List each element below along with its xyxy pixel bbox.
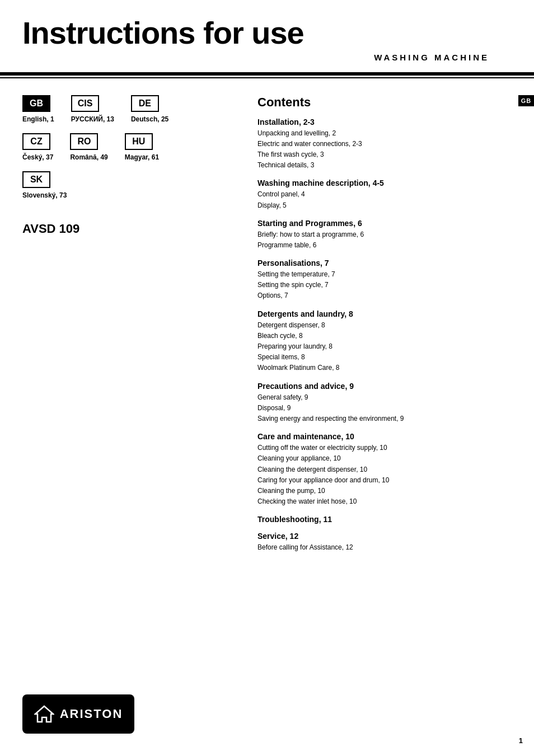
subtitle-row: WASHING MACHINE (22, 53, 512, 62)
section-service-items: Before calling for Assistance, 12 (257, 542, 517, 553)
lang-label-sk: Slovenský, 73 (22, 191, 67, 199)
svg-marker-0 (35, 706, 53, 722)
lang-row-2: CZ Český, 37 RO Română, 49 HU Magyar, 61 (22, 133, 229, 161)
lang-label-hu: Magyar, 61 (125, 153, 159, 161)
main-content: GB English, 1 CIS РУССКИЙ, 13 DE Deutsch… (0, 78, 534, 570)
lang-label-gb: English, 1 (22, 115, 54, 123)
section-wmdesc-items: Control panel, 4 Display, 5 (257, 189, 517, 210)
section-detergents-items: Detergent dispenser, 8 Bleach cycle, 8 P… (257, 320, 517, 374)
lang-box-sk: SK (22, 171, 50, 188)
lang-label-cz: Český, 37 (22, 153, 53, 161)
lang-box-cz: CZ (22, 133, 50, 150)
ariston-logo: ARISTON (22, 694, 134, 734)
lang-box-cis: CIS (71, 95, 100, 112)
left-column: GB English, 1 CIS РУССКИЙ, 13 DE Deutsch… (0, 78, 246, 570)
lang-label-de: Deutsch, 25 (131, 115, 168, 123)
lang-item-hu: HU Magyar, 61 (125, 133, 159, 161)
lang-box-ro: RO (70, 133, 98, 150)
lang-label-cis: РУССКИЙ, 13 (71, 115, 114, 123)
lang-box-gb: GB (22, 95, 50, 112)
section-wmdesc-heading: Washing machine description, 4-5 (257, 179, 517, 187)
lang-item-cis: CIS РУССКИЙ, 13 (71, 95, 114, 123)
contents-title: Contents (257, 95, 517, 110)
section-personal-items: Setting the temperature, 7 Setting the s… (257, 269, 517, 302)
section-care-items: Cutting off the water or electricity sup… (257, 443, 517, 507)
lang-item-sk: SK Slovenský, 73 (22, 171, 67, 199)
page-number: 1 (519, 736, 523, 745)
lang-row-1: GB English, 1 CIS РУССКИЙ, 13 DE Deutsch… (22, 95, 229, 123)
subtitle: WASHING MACHINE (374, 53, 489, 62)
section-care-heading: Care and maintenance, 10 (257, 432, 517, 441)
ariston-brand-text: ARISTON (60, 707, 123, 721)
lang-item-gb: GB English, 1 (22, 95, 54, 123)
ariston-house-icon (34, 704, 54, 724)
section-precautions-items: General safety, 9 Disposal, 9 Saving ene… (257, 392, 517, 425)
model-number: AVSD 109 (22, 222, 229, 236)
section-detergents-heading: Detergents and laundry, 8 (257, 309, 517, 318)
divider-thick (0, 72, 534, 76)
gb-side-tab: GB (518, 95, 534, 106)
lang-row-3: SK Slovenský, 73 (22, 171, 229, 199)
section-installation-items: Unpacking and levelling, 2 Electric and … (257, 128, 517, 171)
section-starting-items: Briefly: how to start a programme, 6 Pro… (257, 229, 517, 251)
header: Instructions for use WASHING MACHINE (0, 0, 534, 68)
section-personal-heading: Personalisations, 7 (257, 259, 517, 267)
section-installation-heading: Installation, 2-3 (257, 118, 517, 126)
page-container: Instructions for use WASHING MACHINE GB … (0, 0, 534, 756)
lang-box-de: DE (131, 95, 159, 112)
section-precautions-heading: Precautions and advice, 9 (257, 382, 517, 391)
right-column: GB Contents Installation, 2-3 Unpacking … (246, 78, 534, 570)
section-trouble-heading: Troubleshooting, 11 (257, 515, 517, 524)
lang-item-de: DE Deutsch, 25 (131, 95, 168, 123)
main-title: Instructions for use (22, 16, 512, 50)
section-service-heading: Service, 12 (257, 532, 517, 541)
lang-item-ro: RO Română, 49 (70, 133, 107, 161)
lang-label-ro: Română, 49 (70, 153, 107, 161)
lang-box-hu: HU (125, 133, 153, 150)
lang-item-cz: CZ Český, 37 (22, 133, 53, 161)
section-starting-heading: Starting and Programmes, 6 (257, 219, 517, 228)
